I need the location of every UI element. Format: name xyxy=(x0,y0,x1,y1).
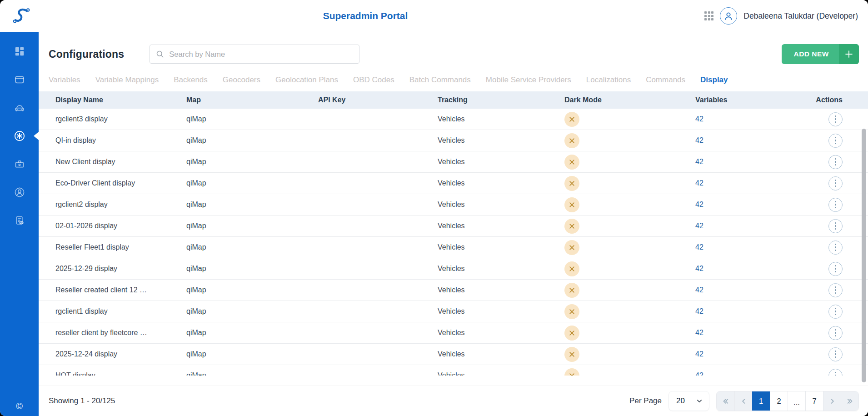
dark-mode-disabled-icon xyxy=(564,133,579,148)
display-name-cell: rgclient1 display xyxy=(55,307,186,316)
table-row: New Client display qiMap Vehicles 42 xyxy=(39,151,868,173)
copyright-icon[interactable]: © xyxy=(0,401,39,411)
map-cell: qiMap xyxy=(186,350,318,358)
tab-obd-codes[interactable]: OBD Codes xyxy=(353,75,394,85)
display-name-cell: rgclient2 display xyxy=(55,200,186,209)
row-actions-button[interactable] xyxy=(828,305,843,319)
row-actions-button[interactable] xyxy=(828,369,843,376)
per-page-value: 20 xyxy=(676,396,685,406)
per-page-select[interactable]: 20 xyxy=(669,391,709,411)
map-cell: qiMap xyxy=(186,329,318,337)
display-name-cell: New Client display xyxy=(55,158,186,166)
row-actions-button[interactable] xyxy=(828,347,843,361)
vertical-scrollbar[interactable] xyxy=(862,129,866,382)
sidebar-item-toolbox-icon[interactable] xyxy=(14,158,25,170)
variables-link[interactable]: 42 xyxy=(695,115,703,123)
row-actions-button[interactable] xyxy=(828,241,843,255)
add-new-button[interactable]: ADD NEW xyxy=(782,44,859,64)
per-page-label: Per Page xyxy=(629,396,662,406)
variables-link[interactable]: 42 xyxy=(695,350,703,358)
dark-mode-disabled-icon xyxy=(564,112,579,127)
sidebar-item-accounts-icon[interactable] xyxy=(14,186,25,198)
kebab-icon xyxy=(835,137,836,138)
display-name-cell: QI-in display xyxy=(55,136,186,145)
row-actions-button[interactable] xyxy=(828,155,843,169)
row-actions-button[interactable] xyxy=(828,219,843,233)
sidebar-item-configurations-icon[interactable] xyxy=(14,130,25,142)
apps-grid-icon[interactable] xyxy=(704,11,713,20)
variables-link[interactable]: 42 xyxy=(695,286,703,294)
row-actions-button[interactable] xyxy=(828,134,843,148)
variables-link[interactable]: 42 xyxy=(695,200,703,208)
map-cell: qiMap xyxy=(186,136,318,145)
page-7-button[interactable]: 7 xyxy=(805,391,823,411)
page-2-button[interactable]: 2 xyxy=(770,391,788,411)
kebab-icon xyxy=(835,308,836,309)
table-row: QI-in display qiMap Vehicles 42 xyxy=(39,130,868,151)
tab-commands[interactable]: Commands xyxy=(646,75,685,85)
row-actions-button[interactable] xyxy=(828,198,843,212)
active-nav-indicator xyxy=(34,132,39,140)
kebab-icon xyxy=(835,329,836,331)
table-footer: Showing 1 - 20/125 Per Page 20 12...7 xyxy=(39,386,868,416)
last-page-button[interactable] xyxy=(841,391,858,411)
tab-variables[interactable]: Variables xyxy=(49,75,80,85)
variables-link[interactable]: 42 xyxy=(695,243,703,251)
tracking-cell: Vehicles xyxy=(438,350,564,358)
variables-link[interactable]: 42 xyxy=(695,222,703,230)
next-page-button[interactable] xyxy=(823,391,841,411)
dark-mode-disabled-icon xyxy=(564,283,579,298)
brand-logo-icon[interactable] xyxy=(12,6,32,26)
variables-link[interactable]: 42 xyxy=(695,158,703,165)
display-name-cell: 2025-12-24 display xyxy=(55,350,186,358)
kebab-icon xyxy=(835,244,836,245)
pagination: 12...7 xyxy=(716,391,859,411)
row-actions-button[interactable] xyxy=(828,283,843,297)
first-page-button[interactable] xyxy=(717,391,734,411)
row-actions-button[interactable] xyxy=(828,326,843,340)
column-header-variables: Variables xyxy=(695,96,816,104)
variables-link[interactable]: 42 xyxy=(695,371,703,376)
table-row: 2025-12-29 display qiMap Vehicles 42 xyxy=(39,258,868,280)
variables-link[interactable]: 42 xyxy=(695,265,703,272)
prev-page-button[interactable] xyxy=(734,391,752,411)
tab-display[interactable]: Display xyxy=(700,75,728,85)
table-row: rgclient3 display qiMap Vehicles 42 xyxy=(39,109,868,130)
display-name-cell: Reseller Fleet1 display xyxy=(55,243,186,251)
tab-backends[interactable]: Backends xyxy=(174,75,208,85)
tab-mobile-service-providers[interactable]: Mobile Service Providers xyxy=(486,75,571,85)
row-actions-button[interactable] xyxy=(828,112,843,126)
column-header-actions: Actions xyxy=(816,96,860,104)
sidebar-item-vehicles-icon[interactable] xyxy=(14,102,25,114)
table-row: Reseller created client 12 … qiMap Vehic… xyxy=(39,280,868,301)
variables-link[interactable]: 42 xyxy=(695,179,703,187)
variables-link[interactable]: 42 xyxy=(695,307,703,315)
tab-variable-mappings[interactable]: Variable Mappings xyxy=(95,75,159,85)
display-name-cell: 02-01-2026 display xyxy=(55,222,186,230)
page-1-button[interactable]: 1 xyxy=(752,391,770,411)
tab-localizations[interactable]: Localizations xyxy=(586,75,631,85)
row-actions-button[interactable] xyxy=(828,176,843,190)
tab-batch-commands[interactable]: Batch Commands xyxy=(409,75,471,85)
double-chevron-right-icon xyxy=(846,397,854,406)
chevron-left-icon xyxy=(739,397,748,406)
tab-geolocation-plans[interactable]: Geolocation Plans xyxy=(275,75,338,85)
user-avatar[interactable] xyxy=(720,7,737,25)
sidebar-item-dashboard-icon[interactable] xyxy=(14,45,25,57)
plus-icon xyxy=(839,44,859,64)
app-window: Superadmin Portal Debaleena Talukdar (De… xyxy=(0,0,868,416)
kebab-icon xyxy=(835,372,836,373)
add-new-label: ADD NEW xyxy=(782,44,839,64)
column-header-api-key: API Key xyxy=(318,96,438,104)
variables-link[interactable]: 42 xyxy=(695,136,703,144)
dark-mode-disabled-icon xyxy=(564,347,579,362)
table-row: Reseller Fleet1 display qiMap Vehicles 4… xyxy=(39,237,868,258)
tab-geocoders[interactable]: Geocoders xyxy=(223,75,260,85)
search-input[interactable] xyxy=(169,50,354,59)
variables-link[interactable]: 42 xyxy=(695,329,703,336)
user-name[interactable]: Debaleena Talukdar (Developer) xyxy=(743,11,858,21)
row-actions-button[interactable] xyxy=(828,262,843,276)
sidebar-item-audit-logs-icon[interactable] xyxy=(14,215,25,226)
sidebar-item-devices-icon[interactable] xyxy=(14,74,25,85)
display-name-cell: reseller client by fleetcore … xyxy=(55,329,186,337)
